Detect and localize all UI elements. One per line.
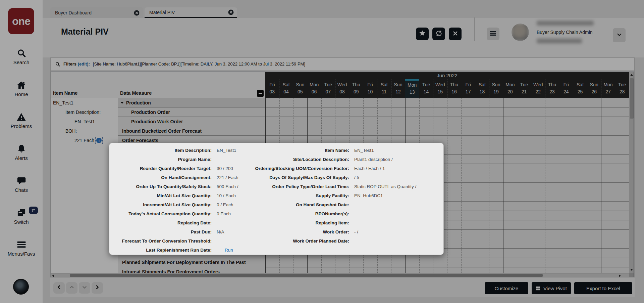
popup-field-value: / 5 — [354, 173, 443, 182]
popup-field-label: Replacing Item: — [252, 218, 349, 227]
popup-field-label: BPONumber(s): — [252, 209, 349, 218]
popup-field-value — [354, 218, 443, 227]
popup-field-label: On Hand Snapshot Date: — [252, 200, 349, 209]
popup-field-value — [217, 155, 247, 164]
popup-field-label: Today's Actual Consumption Quantity: — [109, 209, 212, 218]
popup-field-value: EN_Test1 — [217, 146, 247, 155]
popup-field-value: N/A — [217, 227, 247, 236]
popup-field-value — [354, 236, 443, 246]
popup-field-value — [354, 200, 443, 209]
popup-field-value: - / — [354, 227, 443, 236]
popup-field-label: On Hand/Consignment: — [109, 173, 212, 182]
popup-field-value: EN_Hub6DC1 — [354, 191, 443, 200]
popup-field-label: Item Description: — [109, 146, 212, 155]
popup-field-label — [252, 246, 349, 255]
popup-field-label: Past Due: — [109, 227, 212, 236]
popup-field-value: 0 Each — [217, 209, 247, 218]
popup-field-label: Reorder Quantity/Reorder Target: — [109, 164, 212, 173]
popup-field-label: Min/Alt Lot Size Quantity: — [109, 191, 212, 200]
popup-field-label: Site/Location Description: — [252, 155, 349, 164]
popup-field-label: Order Policy Type/Order Lead Time: — [252, 182, 349, 191]
popup-field-value — [354, 209, 443, 218]
popup-field-value — [217, 218, 247, 227]
popup-field-value — [354, 246, 443, 255]
popup-field-value: 500 Each / — [217, 182, 247, 191]
popup-field-value — [217, 236, 247, 246]
popup-field-value: EN_Test1 — [354, 146, 443, 155]
popup-field-label: Supply Facility: — [252, 191, 349, 200]
popup-field-label: Item Name: — [252, 146, 349, 155]
popup-field-value: Static ROP OUTL as Quantity / — [354, 182, 443, 191]
popup-field-label: Work Order: — [252, 227, 349, 236]
popup-field-value: 10 / Each — [217, 191, 247, 200]
popup-field-value: Plant1 description / — [354, 155, 443, 164]
popup-field-label: Forecast To Order Conversion Threshold: — [109, 236, 212, 246]
popup-field-label: Program Name: — [109, 155, 212, 164]
item-details-tooltip: Item Description:EN_Test1Item Name:EN_Te… — [109, 143, 444, 255]
popup-field-value: 221 / Each — [217, 173, 247, 182]
popup-field-value: Each / Each / 1 — [354, 164, 443, 173]
run-link[interactable]: Run — [217, 246, 247, 255]
material-piv-screen: one SearchHomeProblemsAlertsChatsSwitchM… — [0, 0, 644, 303]
popup-field-label: Work Order Planned Date: — [252, 236, 349, 246]
popup-field-label: Increment/Alt Lot Size Quantity: — [109, 200, 212, 209]
popup-field-label: Days Of Supply/Max Days Of Supply: — [252, 173, 349, 182]
popup-field-label: Order Up To Quantity/Safety Stock: — [109, 182, 212, 191]
popup-field-label: Last Replenishment Run Date: — [109, 246, 212, 255]
popup-field-label: Ordering/Stocking UOM/Conversion Factor: — [252, 164, 349, 173]
popup-field-value: 30 / 200 — [217, 164, 247, 173]
popup-field-label: Replacing Date: — [109, 218, 212, 227]
popup-field-value: 0 / Each — [217, 200, 247, 209]
item-details-fields: Item Description:EN_Test1Item Name:EN_Te… — [109, 143, 443, 255]
